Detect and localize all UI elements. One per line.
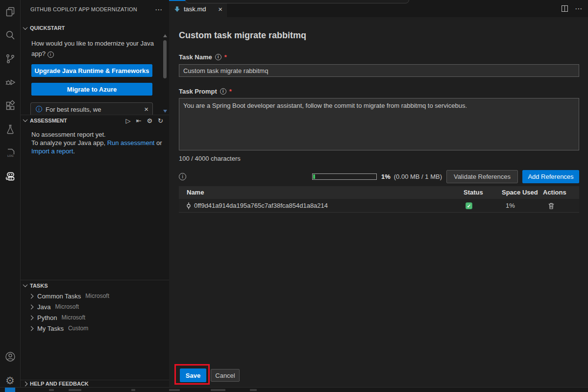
task-prompt-textarea[interactable]: You are a Spring Boot developer assistan… xyxy=(179,98,579,150)
required-asterisk: * xyxy=(229,88,232,95)
run-assessment-icon[interactable]: ▷ xyxy=(126,117,131,124)
sidebar-title-row: GITHUB COPILOT APP MODERNIZATION ⋯ xyxy=(21,0,169,19)
testing-icon[interactable] xyxy=(0,118,21,141)
import-report-link[interactable]: Import a report xyxy=(31,147,73,155)
references-toolbar: i 1% (0.00 MB / 1 MB) Validate Reference… xyxy=(179,170,579,183)
task-group-java[interactable]: Java Microsoft xyxy=(21,301,169,312)
close-tab-icon[interactable]: × xyxy=(218,6,222,12)
task-group-common-tasks[interactable]: Common Tasks Microsoft xyxy=(21,291,169,301)
assessment-period: . xyxy=(73,147,75,155)
tasks-section-header[interactable]: TASKS xyxy=(21,280,169,291)
sidebar-title: GITHUB COPILOT APP MODERNIZATION xyxy=(30,6,155,12)
import-report-icon[interactable]: ⇤ xyxy=(136,117,142,124)
delete-trash-icon[interactable] xyxy=(547,202,555,210)
search-icon[interactable] xyxy=(0,24,21,47)
help-feedback-section-header[interactable]: HELP AND FEEDBACK xyxy=(21,380,169,387)
editor-more-actions-icon[interactable]: ⋯ xyxy=(575,5,582,12)
run-debug-icon[interactable] xyxy=(0,71,21,94)
activity-bar: LOG ⚙ xyxy=(0,0,21,392)
editor-group: task.md × ⋯ Custom task migrate rabbitmq… xyxy=(169,0,588,387)
notice-text: For best results, we xyxy=(46,106,141,113)
scrollbar-thumb[interactable] xyxy=(163,40,167,78)
assessment-actions: ▷ ⇤ ⚙ ↻ xyxy=(126,115,163,126)
status-item-clipped[interactable] xyxy=(169,389,180,391)
status-item-clipped[interactable] xyxy=(69,389,81,391)
quick-input-box-clipped xyxy=(185,0,409,3)
status-checkbox-checked[interactable]: ✓ xyxy=(466,202,472,209)
column-header-name: Name xyxy=(187,186,204,199)
chevron-right-icon xyxy=(29,315,34,320)
scroll-down-icon[interactable] xyxy=(163,110,167,113)
task-prompt-label-row: Task Prompt i * xyxy=(179,87,232,95)
info-icon: i xyxy=(36,106,42,112)
validate-references-button[interactable]: Validate References xyxy=(446,170,518,183)
task-group-my-tasks[interactable]: My Tasks Custom xyxy=(21,323,169,334)
assessment-section-header[interactable]: ASSESSMENT ▷ ⇤ ⚙ ↻ xyxy=(21,115,169,125)
extensions-icon[interactable] xyxy=(0,94,21,118)
info-icon[interactable]: i xyxy=(215,54,221,60)
assessment-or-text: or xyxy=(154,139,162,147)
add-references-button[interactable]: Add References xyxy=(522,170,579,183)
log-icon-label: LOG xyxy=(7,154,14,157)
app-modernization-icon[interactable] xyxy=(0,165,21,188)
status-item-clipped[interactable] xyxy=(250,389,257,391)
info-icon[interactable]: i xyxy=(220,88,226,95)
task-name-label-row: Task Name i * xyxy=(179,53,227,61)
help-feedback-label: HELP AND FEEDBACK xyxy=(30,381,89,387)
column-header-space-used: Space Used xyxy=(502,186,538,199)
chevron-right-icon xyxy=(23,381,28,386)
assessment-settings-icon[interactable]: ⚙ xyxy=(147,117,152,124)
cancel-button[interactable]: Cancel xyxy=(211,369,240,382)
split-editor-icon[interactable] xyxy=(562,5,568,12)
upgrade-java-button[interactable]: Upgrade Java Runtime & Frameworks xyxy=(31,64,152,77)
task-name-label: Task Name xyxy=(179,53,212,61)
task-group-badge: Custom xyxy=(68,325,88,332)
info-icon[interactable]: i xyxy=(179,173,186,180)
info-icon[interactable]: i xyxy=(48,51,54,58)
git-commit-icon xyxy=(185,202,193,210)
task-group-badge: Microsoft xyxy=(61,314,85,321)
accounts-icon[interactable] xyxy=(0,345,21,368)
quickstart-notice: i For best results, we × xyxy=(30,102,153,115)
close-icon[interactable]: × xyxy=(144,106,148,112)
chevron-right-icon xyxy=(29,294,34,298)
status-item-clipped[interactable] xyxy=(211,389,225,391)
required-asterisk: * xyxy=(224,53,227,61)
log-output-icon[interactable]: LOG xyxy=(0,141,21,165)
tasks-header-label: TASKS xyxy=(30,283,48,289)
scroll-up-icon[interactable] xyxy=(163,34,167,37)
source-control-icon[interactable] xyxy=(0,47,21,71)
chevron-right-icon xyxy=(29,326,34,331)
task-name-input[interactable] xyxy=(179,64,579,77)
status-bar xyxy=(0,387,588,392)
progress-fill xyxy=(313,174,315,179)
page-title: Custom task migrate rabbitmq xyxy=(179,30,306,41)
sidebar-more-actions-icon[interactable]: ⋯ xyxy=(155,6,162,13)
quickstart-question: How would you like to modernize your Jav… xyxy=(31,38,156,59)
run-assessment-link[interactable]: Run assessment xyxy=(107,139,155,147)
assessment-line1: No assessment report yet. xyxy=(31,131,106,138)
quickstart-header-label: QUICKSTART xyxy=(30,25,65,31)
editor-actions: ⋯ xyxy=(562,0,582,17)
chevron-down-icon xyxy=(23,117,28,122)
task-group-python[interactable]: Python Microsoft xyxy=(21,312,169,323)
table-row: 0ff9d41a914da195a765c7af38fca854d1a8a214… xyxy=(179,199,579,213)
task-group-name: My Tasks xyxy=(37,325,64,332)
gear-glyph: ⚙ xyxy=(5,375,15,386)
remote-indicator[interactable] xyxy=(5,388,15,392)
sidebar-scrollbar[interactable] xyxy=(162,33,168,114)
quickstart-section-header[interactable]: QUICKSTART xyxy=(21,23,169,33)
chevron-down-icon xyxy=(23,25,28,30)
reference-commit-hash: 0ff9d41a914da195a765c7af38fca854d1a8a214 xyxy=(194,199,328,213)
column-header-status: Status xyxy=(464,186,483,199)
save-button[interactable]: Save xyxy=(180,368,206,382)
character-count: 100 / 4000 characters xyxy=(179,155,241,162)
migrate-to-azure-button[interactable]: Migrate to Azure xyxy=(31,83,152,96)
explorer-icon[interactable] xyxy=(0,0,21,24)
refresh-icon[interactable]: ↻ xyxy=(158,117,163,124)
space-usage-progressbar xyxy=(312,173,377,180)
status-item-clipped[interactable] xyxy=(131,389,135,391)
status-item-clipped[interactable] xyxy=(49,389,54,391)
task-group-name: Python xyxy=(37,314,57,321)
assessment-empty-message: No assessment report yet. To analyze you… xyxy=(31,130,163,155)
